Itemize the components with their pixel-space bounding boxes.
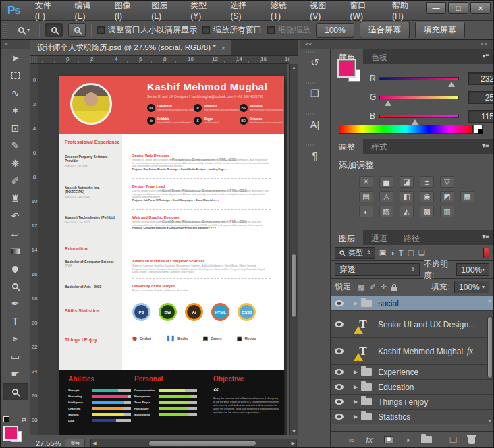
scroll-right-icon[interactable]: ▶ — [292, 441, 295, 446]
swap-colors-icon[interactable]: ⇄ — [21, 416, 26, 423]
scroll-down-icon[interactable]: ▼ — [487, 418, 493, 423]
filter-toggle-switch[interactable] — [483, 248, 489, 258]
lock-all-icon[interactable] — [391, 287, 397, 291]
panel-menu-icon[interactable]: ▾≡ — [482, 233, 489, 240]
expand-arrow-icon[interactable]: ▶ — [354, 300, 358, 306]
pen-tool[interactable]: ✒ — [3, 295, 28, 312]
history-panel-button[interactable]: ↺ — [300, 49, 330, 80]
green-slider[interactable] — [379, 96, 459, 99]
selective-color-icon[interactable]: ▥ — [440, 206, 454, 217]
gradient-map-icon[interactable]: ▩ — [420, 206, 434, 217]
red-slider[interactable] — [379, 77, 459, 80]
filter-shape-layers-icon[interactable]: ▢ — [408, 248, 414, 257]
lock-position-icon[interactable]: ✛ — [381, 283, 387, 291]
scroll-left-icon[interactable]: ◀ — [92, 441, 96, 446]
threshold-icon[interactable]: ◭ — [400, 206, 414, 217]
layer-row[interactable]: ▶social — [331, 296, 493, 311]
gradient-tool[interactable] — [3, 242, 28, 260]
exposure-icon[interactable]: ± — [420, 176, 434, 188]
blue-value-field[interactable]: 115 — [468, 110, 494, 123]
properties-panel-button[interactable]: ❒ — [300, 80, 330, 111]
minimize-button[interactable]: — — [426, 2, 446, 14]
maximize-button[interactable]: □ — [448, 2, 468, 14]
posterize-icon[interactable]: ▨ — [379, 206, 393, 217]
zoom-in-button[interactable]: + — [45, 23, 63, 37]
healing-brush-tool[interactable]: ❋ — [3, 155, 28, 172]
panel-menu-icon[interactable]: ▾≡ — [482, 52, 489, 59]
toolbar-collapse-handle[interactable]: » — [1, 40, 30, 49]
brightness-contrast-icon[interactable]: ☀ — [359, 176, 373, 188]
curves-icon[interactable]: ◪ — [400, 176, 414, 188]
layer-row[interactable]: ▶Experience — [331, 365, 493, 380]
blur-tool[interactable] — [3, 260, 28, 277]
hue-saturation-icon[interactable]: ▤ — [359, 191, 373, 202]
magic-wand-tool[interactable]: ✶ — [3, 102, 28, 119]
zoom-100-button[interactable]: 100% — [316, 23, 354, 38]
fill-screen-button[interactable]: 填充屏幕 — [415, 22, 465, 38]
collapse-dock-icon[interactable]: «« — [305, 41, 312, 47]
foreground-color-swatch[interactable] — [339, 60, 355, 76]
visibility-cell[interactable] — [331, 296, 348, 310]
visibility-cell[interactable] — [331, 410, 348, 424]
layer-row[interactable]: ▶Education — [331, 380, 493, 395]
color-balance-icon[interactable]: ◬ — [379, 191, 393, 202]
tab-channels[interactable]: 通道 — [363, 230, 395, 245]
blend-mode-dropdown[interactable]: 穿透⇕ — [335, 263, 420, 276]
eyedropper-tool[interactable]: ✎ — [3, 137, 28, 155]
lasso-tool[interactable]: ∿ — [3, 84, 28, 102]
tab-paths[interactable]: 路径 — [395, 230, 428, 245]
color-lookup-icon[interactable]: ▦ — [460, 191, 474, 202]
expand-dock-icon[interactable]: »» — [481, 41, 488, 47]
photo-filter-icon[interactable]: ◉ — [420, 191, 434, 202]
link-layers-icon[interactable]: ∞ — [349, 435, 355, 445]
invert-icon[interactable]: ◐ — [359, 206, 373, 217]
zoom-tool[interactable] — [3, 383, 28, 400]
layer-list-scrollbar[interactable]: ▲ ▼ — [487, 296, 493, 424]
type-tool[interactable]: T — [3, 312, 28, 330]
layer-row[interactable]: ▶Things i enjoy — [331, 395, 493, 410]
delete-layer-icon[interactable] — [468, 437, 475, 444]
resize-windows-checkbox[interactable]: 调整窗口大小以满屏显示 — [97, 24, 197, 36]
dodge-tool[interactable] — [3, 277, 28, 295]
visibility-cell[interactable] — [331, 311, 348, 337]
crop-tool[interactable]: ⊡ — [3, 119, 28, 137]
fit-screen-button[interactable]: 适合屏幕 — [360, 22, 410, 38]
blue-slider[interactable] — [379, 115, 459, 118]
add-mask-icon[interactable] — [384, 436, 393, 443]
lock-transparency-icon[interactable]: ▩ — [358, 283, 364, 291]
shape-tool[interactable]: ▭ — [3, 347, 28, 365]
layer-row[interactable]: TKashif Mehmod Mughalfx — [331, 338, 493, 365]
clone-stamp-tool[interactable]: ♜ — [3, 190, 28, 207]
green-value-field[interactable]: 25 — [468, 91, 494, 104]
filter-pixel-layers-icon[interactable]: ▣ — [379, 248, 386, 257]
layer-row[interactable]: TSenior UI and UX Design... — [331, 311, 493, 338]
tab-layers[interactable]: 图层 — [331, 230, 363, 245]
horizontal-scroll-thumb[interactable] — [148, 440, 256, 447]
move-tool[interactable]: ➤ — [3, 49, 28, 67]
filter-smart-objects-icon[interactable]: ❏ — [418, 248, 425, 257]
visibility-cell[interactable] — [331, 380, 348, 394]
document-tab[interactable]: 设计师个人求职简历.psd @ 27.5% (social, RGB/8) * … — [30, 40, 231, 55]
expand-arrow-icon[interactable]: ▶ — [354, 414, 358, 420]
brush-tool[interactable]: ✐ — [3, 172, 28, 190]
levels-icon[interactable]: ▅ — [379, 176, 393, 188]
layer-scroll-thumb[interactable] — [487, 316, 493, 379]
marquee-tool[interactable] — [3, 67, 28, 84]
canvas-viewport[interactable]: Kashif Mehmod Mughal Senior UI and UX De… — [38, 64, 287, 435]
spectrum-bw-swatches[interactable] — [474, 125, 483, 134]
lock-pixels-icon[interactable]: ✐ — [370, 283, 376, 291]
zoom-level[interactable]: 27.55% — [30, 439, 65, 447]
panel-menu-icon[interactable]: ▾≡ — [482, 142, 489, 149]
expand-arrow-icon[interactable]: ▶ — [354, 384, 358, 390]
visibility-cell[interactable] — [331, 395, 348, 409]
red-value-field[interactable]: 232 — [468, 72, 494, 85]
color-spectrum-bar[interactable] — [339, 125, 473, 134]
close-button[interactable]: × — [470, 2, 491, 14]
paragraph-panel-button[interactable]: ¶ — [300, 142, 330, 173]
filter-type-layers-icon[interactable]: T — [399, 249, 404, 257]
tab-adjustments[interactable]: 调整 — [331, 139, 363, 154]
expand-arrow-icon[interactable]: ▶ — [354, 399, 358, 405]
opacity-dropdown[interactable]: 100%▾ — [456, 263, 489, 276]
zoom-out-button[interactable]: − — [68, 23, 86, 37]
adjustment-layer-icon[interactable]: ◑ — [405, 435, 410, 445]
